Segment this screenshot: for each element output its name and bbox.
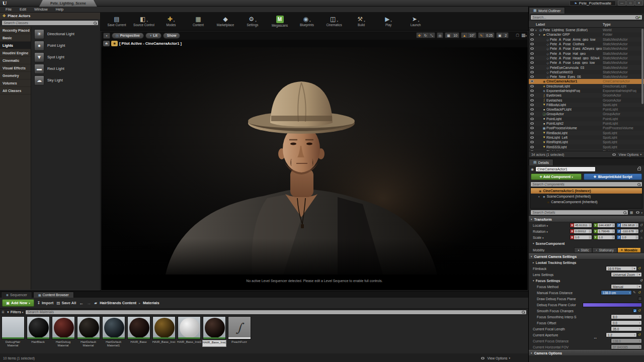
visibility-eye-icon[interactable] — [530, 43, 534, 45]
toolbar-build-button[interactable]: ⚒▾Build — [348, 14, 374, 30]
outliner-row[interactable]: ▼RimRightLightSpotLight — [529, 140, 644, 144]
mobility-stationary-button[interactable]: ◐Stationary — [592, 247, 617, 253]
visibility-eye-icon[interactable] — [530, 104, 534, 106]
outliner-row[interactable]: ◇Pete_A_Pose_Head_geo_SDiv4StaticMeshAct… — [529, 56, 644, 60]
outliner-row[interactable]: ▼RimBackLightSpotLight — [529, 131, 644, 135]
setting-current-focal-length-input[interactable]: 35.0↕ — [611, 326, 642, 331]
section-current-camera-settings[interactable]: ▾Current Camera Settings — [529, 253, 644, 259]
visibility-eye-icon[interactable] — [530, 89, 534, 92]
visibility-eye-icon[interactable] — [530, 94, 534, 97]
reset-icon[interactable]: ↺ — [637, 266, 642, 270]
toolbar-source-control-button[interactable]: ◧▾Source Control — [131, 14, 157, 30]
tab-details[interactable]: ▤ Details — [529, 159, 553, 165]
visibility-eye-icon[interactable] — [530, 47, 534, 50]
transform-row-location[interactable]: Location ▾X45.61311↕Y144.4367↕Z159.9818↕… — [529, 222, 644, 228]
outliner-row[interactable]: ▼RimLight_LeftSpotLight — [529, 135, 644, 140]
tab-sequencer[interactable]: ≣Sequencer — [1, 292, 32, 298]
visibility-eye-icon[interactable] — [530, 108, 534, 111]
asset-hairdebug-material[interactable]: HairDebug Material — [51, 316, 75, 352]
mobility-movable-button[interactable]: ✥Movable — [617, 247, 641, 253]
perspective-button[interactable]: ◳ Perspective — [112, 33, 144, 39]
visibility-eye-icon[interactable] — [530, 80, 534, 82]
setting-manual-focus-distance-input[interactable]: 138.0 cm↕ — [601, 290, 632, 295]
toolbar-settings-button[interactable]: ⚙▾Settings — [239, 14, 266, 30]
component-row[interactable]: ◉CineCameraActor1 (Instance) — [531, 188, 642, 194]
angle-snap-group[interactable]: ▲10° — [461, 32, 476, 38]
place-item-spot-light[interactable]: ▼Spot Light — [31, 51, 100, 63]
setting-current-aperture-input[interactable]: 1.2↕ — [606, 332, 637, 337]
pilot-camera-icon[interactable]: ◉ — [111, 41, 118, 46]
place-actors-header[interactable]: ✥ Place Actors — [0, 13, 100, 19]
save-all-button[interactable]: ▤Save All — [56, 301, 76, 305]
place-item-sky-light[interactable]: ☁Sky Light — [31, 74, 100, 86]
search-classes-input[interactable]: Search Classes — [2, 20, 99, 26]
outliner-row[interactable]: ▦PostProcessVolumePostProcessVolume — [529, 126, 644, 130]
visibility-eye-icon[interactable] — [530, 136, 534, 139]
outliner-row[interactable]: ●PointLightPointLight — [529, 117, 644, 121]
close-button[interactable]: ✕ — [635, 1, 643, 6]
eyedropper-icon[interactable]: ✎ — [632, 291, 637, 295]
visibility-eye-icon[interactable] — [530, 113, 534, 115]
setting-lens-settings-dropdown[interactable]: Universal Zoom▼ — [611, 272, 642, 277]
outliner-row[interactable]: ☀DirectionalLightDirectionalLight — [529, 84, 644, 88]
setting-focus-smoothing-interp-s-input[interactable]: 8.0↕ — [611, 314, 642, 319]
category-recently-placed[interactable]: Recently Placed — [0, 27, 31, 34]
outliner-row[interactable]: ●PointLight2PointLight — [529, 121, 644, 126]
outliner-row[interactable]: ∫EyebrowsGroomActor — [529, 93, 644, 98]
content-view-options[interactable]: View Options ▾ — [479, 356, 510, 360]
visibility-eye-icon[interactable] — [530, 85, 534, 87]
asset-hair-base-inst2[interactable]: HAIR_Base_Inst2 — [202, 316, 226, 352]
column-label[interactable]: Label — [529, 23, 603, 26]
viewport-options-dropdown[interactable]: ▼ — [103, 33, 110, 39]
maximize-viewport-icon[interactable]: ▢ — [516, 33, 519, 37]
asset-hairdefault-material1[interactable]: HairDefault Material1 — [101, 316, 126, 352]
visibility-eye-icon[interactable] — [530, 146, 534, 148]
asset-hairblack[interactable]: HairBlack — [26, 316, 50, 352]
visibility-eye-icon[interactable] — [530, 52, 534, 55]
component-row[interactable]: ▾◈SceneComponent (Inherited) — [531, 194, 642, 199]
tab-world-outliner[interactable]: ▦ World Outliner — [529, 7, 565, 14]
outliner-column-headers[interactable]: Label Type — [529, 21, 644, 28]
toolbar-blueprints-button[interactable]: ◉▾Blueprints — [294, 14, 320, 30]
visibility-eye-icon[interactable] — [530, 132, 534, 134]
toolbar-launch-button[interactable]: ➤▾Launch — [403, 14, 429, 30]
breadcrumb-root[interactable]: HairStrands Content — [100, 301, 136, 305]
visibility-eye-icon[interactable] — [530, 61, 534, 64]
eject-pilot-icon[interactable]: ⏏ — [103, 41, 110, 46]
transform-row-scale[interactable]: Scale ▾X1.0↕Y1.0↕Z1.0↕⌂ — [529, 234, 644, 240]
scale-snap-group[interactable]: ✎0.25 — [478, 32, 495, 38]
mobility-static-button[interactable]: ●Static — [574, 247, 592, 253]
outliner-row[interactable]: ●GlowBackPLightPointLight — [529, 107, 644, 112]
outliner-row[interactable]: ◉CineCameraActor1CineCameraActor — [529, 79, 644, 83]
setting-draw-debug-focus-plane-checkbox[interactable] — [638, 297, 642, 301]
outliner-row[interactable]: ≋ExponentialHeightFogExponentialHeightFo… — [529, 88, 644, 93]
visibility-eye-icon[interactable] — [530, 141, 534, 143]
blueprint-add-script-button[interactable]: ❖Blueprint/Add Script — [584, 173, 642, 180]
component-row[interactable]: ◉CameraComponent (Inherited) — [531, 199, 642, 205]
camera-speed-group[interactable]: ▣2 — [496, 32, 509, 38]
outliner-row[interactable]: ▾▰Character GRPFolder — [529, 32, 644, 37]
sources-panel-icon[interactable]: ≣ — [2, 310, 5, 314]
setting-debug-focus-plane-color-color-swatch[interactable] — [583, 303, 642, 307]
section-transform[interactable]: ▾Transform — [529, 216, 644, 222]
toolbar-content-button[interactable]: ▦Content — [185, 14, 211, 30]
show-button[interactable]: Show — [163, 33, 181, 39]
toolbar-modes-button[interactable]: ✚▾Modes — [158, 14, 184, 30]
outliner-row[interactable]: ❏GroupActorGroupActor — [529, 112, 644, 116]
visibility-eye-icon[interactable] — [530, 127, 534, 129]
property-matrix-icon[interactable]: ▦ — [630, 211, 633, 215]
asset-hair-base-inst[interactable]: HAIR_Base_Inst — [151, 316, 176, 352]
minimize-button[interactable]: — — [618, 1, 626, 6]
setting-filmback-dropdown[interactable]: 16:9 Film▼ — [606, 266, 637, 271]
visibility-eye-icon[interactable] — [530, 57, 534, 59]
menu-edit[interactable]: Edit — [16, 7, 30, 12]
visibility-eye-icon[interactable] — [530, 118, 534, 120]
outliner-row[interactable]: ∫EyelashesGroomActor — [529, 98, 644, 102]
asset-hairdefault-material[interactable]: HairDefault Material — [76, 316, 101, 352]
viewport-render[interactable] — [101, 47, 528, 275]
category-volumes[interactable]: Volumes — [0, 79, 31, 87]
transform-tools-group[interactable]: ✥↻⤡ — [416, 32, 435, 38]
visibility-eye-icon[interactable] — [530, 99, 534, 102]
outliner-row[interactable]: ▼FillBodyLightSpotLight — [529, 103, 644, 107]
reset-icon[interactable]: ↺ — [639, 223, 644, 227]
